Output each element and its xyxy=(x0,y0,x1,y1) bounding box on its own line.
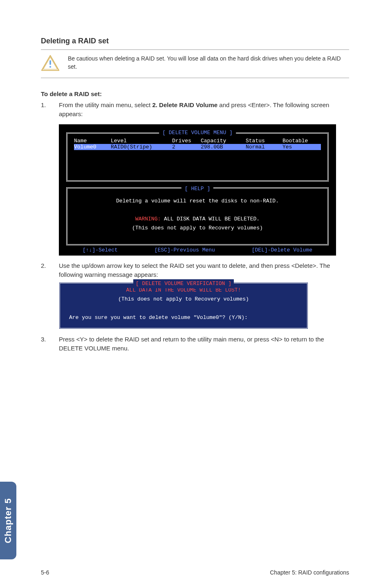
help-line-3: (This does not apply to Recovery volumes… xyxy=(74,224,321,233)
table-row[interactable]: Volume0 RAID0(Stripe) 2 298.0GB Normal Y… xyxy=(74,144,321,150)
help-title: [ HELP ] xyxy=(182,184,213,193)
help-box: [ HELP ] Deleting a volume will reset th… xyxy=(66,187,329,245)
verify-title: [ DELETE VOLUME VERIFICATION ] xyxy=(133,279,234,288)
footer-previous: [ESC]-Previous Menu xyxy=(155,247,215,253)
help-line-1: Deleting a volume will reset the disks t… xyxy=(74,197,321,206)
verify-dialog: [ DELETE VOLUME VERIFICATION ] ALL DATA … xyxy=(59,282,308,329)
cell-name: Volume0 xyxy=(74,144,111,150)
step-1-number: 1. xyxy=(41,101,49,119)
bios-footer: [↑↓]-Select [ESC]-Previous Menu [DEL]-De… xyxy=(66,245,329,253)
delete-volume-title: [ DELETE VOLUME MENU ] xyxy=(159,130,236,136)
delete-volume-box: [ DELETE VOLUME MENU ] Name Level Drives… xyxy=(66,132,329,182)
bios-delete-menu: [ DELETE VOLUME MENU ] Name Level Drives… xyxy=(59,124,336,256)
cell-drives: 2 xyxy=(172,144,201,150)
step-2-number: 2. xyxy=(41,261,49,279)
step-2-text: Use the up/down arrow key to select the … xyxy=(59,261,349,279)
svg-rect-0 xyxy=(49,60,51,65)
page-number: 5-6 xyxy=(41,569,49,576)
cell-capacity: 298.0GB xyxy=(201,144,246,150)
svg-point-1 xyxy=(49,66,51,67)
section-title: Deleting a RAID set xyxy=(41,37,349,45)
table-header: Name Level Drives Capacity Status Bootab… xyxy=(74,138,321,144)
page-footer: 5-6 Chapter 5: RAID configurations xyxy=(41,569,349,576)
cell-level: RAID0(Stripe) xyxy=(111,144,172,150)
caution-icon xyxy=(41,55,60,73)
verify-line-2: (This does not apply to Recovery volumes… xyxy=(69,295,298,304)
footer-delete: [DEL]-Delete Volume xyxy=(252,247,312,253)
step-3-text: Press <Y> to delete the RAID set and ret… xyxy=(59,335,349,353)
divider-bottom xyxy=(41,78,349,78)
col-name: Name xyxy=(74,138,111,144)
col-drives: Drives xyxy=(172,138,201,144)
help-warning-text: ALL DISK DATA WILL BE DELETED. xyxy=(161,216,260,222)
footer-select: [↑↓]-Select xyxy=(83,247,118,253)
chapter-tab: Chapter 5 xyxy=(0,482,16,559)
cell-bootable: Yes xyxy=(282,144,315,150)
col-status: Status xyxy=(246,138,282,144)
chapter-tab-label: Chapter 5 xyxy=(3,498,13,543)
caution-text: Be cautious when deleting a RAID set. Yo… xyxy=(68,55,349,71)
step-1-text-bold: 2. Delete RAID Volume xyxy=(152,101,217,108)
help-warning-label: WARNING: xyxy=(135,216,161,222)
cell-status: Normal xyxy=(246,144,282,150)
divider-top xyxy=(41,49,349,50)
col-bootable: Bootable xyxy=(282,138,315,144)
step-1-text: From the utility main menu, select 2. De… xyxy=(59,101,349,119)
page-chapter-label: Chapter 5: RAID configurations xyxy=(270,569,349,576)
step-3-number: 3. xyxy=(41,335,49,353)
help-warning-line: WARNING: ALL DISK DATA WILL BE DELETED. xyxy=(74,215,321,224)
col-capacity: Capacity xyxy=(201,138,246,144)
verify-line-3: Are you sure you want to delete volume "… xyxy=(69,313,298,322)
col-level: Level xyxy=(111,138,172,144)
step-1-text-a: From the utility main menu, select xyxy=(59,101,152,108)
sub-title: To delete a RAID set: xyxy=(41,90,349,97)
